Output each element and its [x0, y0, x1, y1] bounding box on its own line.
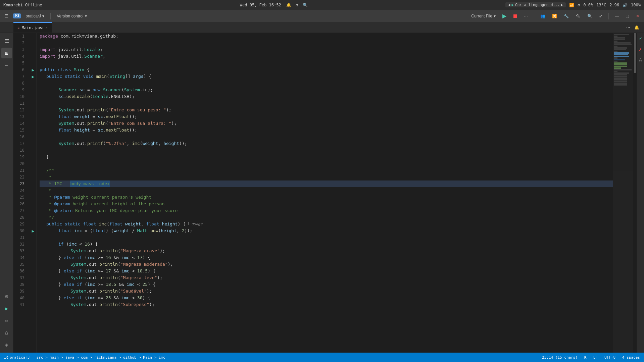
ln-26: 26	[13, 201, 27, 207]
line-ending[interactable]: LF	[592, 355, 599, 360]
settings-icon[interactable]: ⚙	[296, 3, 298, 7]
run-config-play[interactable]: ▶	[511, 3, 514, 7]
right-icons-bar: ✓ ✗ A	[637, 33, 644, 353]
code-content[interactable]: package com.rickmviana.github; import ja…	[37, 33, 613, 353]
code-line-37: System.out.println("Magreza leve");	[40, 274, 613, 281]
code-line-26: * @param height current height of the pe…	[40, 201, 613, 207]
vcs-button[interactable]: Version control ▾	[55, 13, 89, 19]
ln-19: 19	[13, 154, 27, 160]
vcs-pull-button[interactable]: 👥	[538, 13, 547, 19]
close-button[interactable]: ✕	[634, 13, 641, 19]
run-gutter-7[interactable]: ▶	[32, 74, 35, 79]
ln-35: 35	[13, 261, 27, 268]
run-button[interactable]: ▶	[500, 12, 508, 20]
tab-close-button[interactable]: ✕	[46, 26, 48, 30]
code-editor[interactable]: 1 2 3 4 5 6 7 8 9 10 11 12 13 14 15 16 1…	[13, 33, 644, 353]
plugins-button[interactable]: 🔌	[574, 13, 583, 19]
activity-icon-git[interactable]: ⌂	[1, 327, 12, 338]
hamburger-button[interactable]: ☰	[3, 13, 10, 19]
indent[interactable]: 4 spaces	[621, 355, 641, 360]
search-icon[interactable]: 🔍	[303, 3, 308, 7]
ln-20: 20	[13, 160, 27, 167]
code-line-33: System.out.println("Magreza grave");	[40, 248, 613, 254]
run-config-prev[interactable]: ◀	[508, 3, 510, 7]
activity-icon-notifications[interactable]: ✉	[1, 315, 12, 326]
ln-3: 3	[13, 46, 27, 53]
ln-38: 38	[13, 281, 27, 288]
tab-more-button[interactable]: ⋯	[624, 24, 632, 31]
activity-icon-run[interactable]: ▶	[1, 303, 12, 314]
code-line-22: *	[40, 174, 613, 180]
toolbar-separator3	[608, 13, 609, 19]
kotlin-badge[interactable]: K	[583, 355, 588, 360]
code-line-28: */	[40, 214, 613, 221]
breadcrumb[interactable]: src > main > java > com > rickmviana > g…	[35, 355, 167, 360]
branch-name: praticarJ	[10, 355, 30, 360]
code-line-15: float height = sc.nextFloat();	[40, 127, 613, 134]
main-layout: ☰ ⊞ ⋯ ⚙ ▶ ✉ ⌂ ◈ 1 2 3 4 5 6 7 8 9 10	[0, 33, 644, 353]
ln-8: 8	[13, 80, 27, 87]
code-line-27: * @return Returns your IMC degree plus y…	[40, 207, 613, 214]
more-options-button[interactable]: ⋯	[522, 13, 530, 19]
error-icon: ✗	[639, 46, 642, 52]
activity-icon-panel[interactable]: ☰	[1, 36, 12, 46]
ide-toolbar: ☰ PJ praticarJ ▾ Version control ▾ Curre…	[0, 10, 644, 22]
volume-percent: 100%	[631, 3, 641, 7]
find-button[interactable]: 🔍	[585, 13, 594, 19]
ln-13: 13	[13, 113, 27, 120]
branch-button[interactable]: 🔀	[550, 13, 559, 19]
volume-icon: 🔊	[623, 3, 628, 7]
expand-button[interactable]: ⤢	[597, 13, 604, 19]
project-dropdown[interactable]: praticarJ ▾	[23, 13, 46, 19]
indent-text: 4 spaces	[622, 355, 640, 360]
ln-2: 2	[13, 40, 27, 46]
code-line-12: System.out.println("Entre com seu peso: …	[40, 107, 613, 113]
ln-28: 28	[13, 214, 27, 221]
code-line-40: } else if (imc >= 25 && imc < 30) {	[40, 295, 613, 301]
cursor-position[interactable]: 23:14 (15 chars)	[541, 355, 579, 360]
run-config-next[interactable]: ▶	[561, 3, 563, 7]
tab-main-java[interactable]: ☕ Main.java ✕	[13, 22, 52, 33]
git-icon: ⎇	[4, 355, 8, 360]
branch-indicator[interactable]: ⎇ praticarJ	[3, 355, 31, 360]
activity-icon-explorer[interactable]: ⊞	[1, 48, 12, 58]
status-bar-right: 23:14 (15 chars) K LF UTF-8 4 spaces	[541, 355, 641, 360]
breadcrumb-path: src > main > java > com > rickmviana > g…	[37, 355, 165, 360]
minimize-button[interactable]: —	[613, 13, 621, 19]
ln-21: 21	[13, 167, 27, 174]
bell-icon[interactable]: 🔔	[286, 3, 291, 7]
line-ending-text: LF	[593, 355, 598, 360]
project-dropdown-arrow: ▾	[42, 14, 44, 18]
scrollbar[interactable]	[633, 33, 637, 353]
activity-icon-settings[interactable]: ⚙	[1, 291, 12, 302]
refactor-button[interactable]: 🔧	[562, 13, 571, 19]
ln-32: 32	[13, 241, 27, 248]
code-line-38: } else if (imc >= 18.5 && imc < 25) {	[40, 281, 613, 288]
ln-22: 22	[13, 174, 27, 180]
vcs-dropdown-arrow: ▾	[85, 14, 87, 18]
activity-bar-bottom: ⚙ ▶ ✉ ⌂ ◈	[1, 291, 12, 353]
letter-a-icon: A	[639, 57, 642, 62]
ln-34: 34	[13, 254, 27, 261]
activity-icon-plugins[interactable]: ◈	[1, 339, 12, 350]
ln-36: 36	[13, 268, 27, 274]
activity-icon-more[interactable]: ⋯	[1, 60, 12, 70]
java-file-icon: ☕	[17, 25, 20, 30]
maximize-button[interactable]: ▢	[624, 13, 631, 19]
current-file-button[interactable]: Current File ▾	[469, 13, 498, 19]
wifi-icon: 📶	[569, 3, 574, 7]
code-line-29: public static float imc(float weight, fl…	[40, 221, 613, 227]
encoding[interactable]: UTF-8	[603, 355, 617, 360]
run-gutter-6[interactable]: ▶	[32, 67, 35, 72]
run-gutter-29[interactable]: ▶	[32, 228, 35, 234]
code-line-3: import java.util.Locale;	[40, 46, 613, 53]
tab-notification-button[interactable]: 🔔	[632, 24, 641, 31]
status-bar: ⎇ praticarJ src > main > java > com > ri…	[0, 353, 644, 362]
position-text: 23:14 (15 chars)	[542, 355, 578, 360]
ide-toolbar-right: Current File ▾ ▶ ⏹ ⋯ 👥 🔀 🔧 🔌 🔍 ⤢ — ▢ ✕	[469, 12, 641, 20]
scroll-thumb[interactable]	[634, 33, 636, 73]
run-config-label[interactable]: ◀ ▶ Go: a linguagen d... ▶	[505, 2, 566, 7]
project-name: praticarJ	[26, 14, 41, 18]
stop-button[interactable]: ⏹	[511, 12, 519, 20]
code-line-23: * IMC - body mass index	[40, 180, 613, 187]
